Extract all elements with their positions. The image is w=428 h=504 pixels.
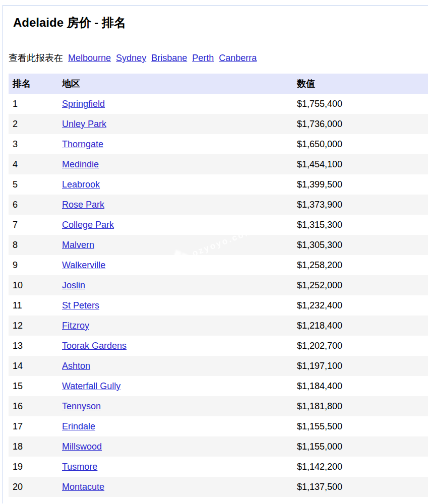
- region-cell: Toorak Gardens: [61, 336, 296, 356]
- table-row: 17 Erindale $1,155,500: [9, 416, 428, 436]
- city-link[interactable]: Brisbane: [151, 53, 187, 63]
- rank-cell: 6: [9, 195, 61, 215]
- column-header-region: 地区: [61, 74, 296, 94]
- report-page: Adelaide 房价 - 排名 查看此报表在 Melbourne Sydney…: [3, 5, 428, 503]
- city-link[interactable]: Melbourne: [68, 53, 111, 63]
- region-link[interactable]: Malvern: [62, 240, 94, 250]
- region-cell: Montacute: [61, 477, 296, 497]
- value-cell: $1,202,700: [296, 336, 428, 356]
- value-cell: $1,736,000: [296, 114, 428, 134]
- value-cell: $1,305,300: [296, 235, 428, 255]
- region-cell: Medindie: [61, 154, 296, 174]
- subtitle-prefix: 查看此报表在: [9, 53, 63, 63]
- ranking-table: 排名 地区 数值 1 Springfield $1,755,400 2 Unle…: [9, 74, 428, 497]
- table-row: 12 Fitzroy $1,218,400: [9, 316, 428, 336]
- rank-cell: 13: [9, 336, 61, 356]
- value-cell: $1,252,000: [296, 275, 428, 295]
- value-cell: $1,373,900: [296, 195, 428, 215]
- value-cell: $1,755,400: [296, 94, 428, 114]
- region-cell: Waterfall Gully: [61, 376, 296, 396]
- region-cell: Tusmore: [61, 457, 296, 477]
- table-row: 3 Thorngate $1,650,000: [9, 134, 428, 154]
- region-link[interactable]: Thorngate: [62, 139, 103, 149]
- value-cell: $1,137,500: [296, 477, 428, 497]
- page-title: Adelaide 房价 - 排名: [13, 16, 428, 30]
- region-cell: Springfield: [61, 94, 296, 114]
- table-row: 7 College Park $1,315,300: [9, 215, 428, 235]
- table-body: 1 Springfield $1,755,400 2 Unley Park $1…: [9, 94, 428, 497]
- table-row: 2 Unley Park $1,736,000: [9, 114, 428, 134]
- column-header-value: 数值: [296, 74, 428, 94]
- table-row: 10 Joslin $1,252,000: [9, 275, 428, 295]
- region-link[interactable]: Springfield: [62, 99, 105, 109]
- region-link[interactable]: Fitzroy: [62, 321, 89, 331]
- region-link[interactable]: St Peters: [62, 300, 99, 310]
- value-cell: $1,218,400: [296, 316, 428, 336]
- city-link[interactable]: Canberra: [219, 53, 257, 63]
- city-link[interactable]: Sydney: [116, 53, 146, 63]
- value-cell: $1,142,200: [296, 457, 428, 477]
- column-header-rank: 排名: [9, 74, 61, 94]
- table-row: 14 Ashton $1,197,100: [9, 356, 428, 376]
- value-cell: $1,155,000: [296, 436, 428, 457]
- city-links-bar: 查看此报表在 Melbourne Sydney Brisbane Perth C…: [9, 52, 428, 64]
- rank-cell: 7: [9, 215, 61, 235]
- rank-cell: 5: [9, 174, 61, 195]
- table-row: 18 Millswood $1,155,000: [9, 436, 428, 457]
- rank-cell: 4: [9, 154, 61, 174]
- value-cell: $1,650,000: [296, 134, 428, 154]
- rank-cell: 15: [9, 376, 61, 396]
- value-cell: $1,232,400: [296, 295, 428, 316]
- region-cell: Leabrook: [61, 174, 296, 195]
- table-row: 19 Tusmore $1,142,200: [9, 457, 428, 477]
- table-row: 8 Malvern $1,305,300: [9, 235, 428, 255]
- region-link[interactable]: Walkerville: [62, 260, 105, 270]
- rank-cell: 1: [9, 94, 61, 114]
- region-link[interactable]: Medindie: [62, 159, 99, 169]
- value-cell: $1,454,100: [296, 154, 428, 174]
- region-link[interactable]: Leabrook: [62, 179, 100, 190]
- rank-cell: 3: [9, 134, 61, 154]
- region-cell: College Park: [61, 215, 296, 235]
- table-row: 20 Montacute $1,137,500: [9, 477, 428, 497]
- region-link[interactable]: Tennyson: [62, 401, 101, 411]
- rank-cell: 20: [9, 477, 61, 497]
- value-cell: $1,184,400: [296, 376, 428, 396]
- rank-cell: 8: [9, 235, 61, 255]
- region-link[interactable]: Ashton: [62, 361, 90, 371]
- region-cell: Walkerville: [61, 255, 296, 275]
- value-cell: $1,258,200: [296, 255, 428, 275]
- region-link[interactable]: Montacute: [62, 482, 104, 492]
- rank-cell: 9: [9, 255, 61, 275]
- region-link[interactable]: Unley Park: [62, 119, 106, 129]
- region-cell: Tennyson: [61, 396, 296, 416]
- table-row: 16 Tennyson $1,181,800: [9, 396, 428, 416]
- region-link[interactable]: College Park: [62, 220, 114, 230]
- rank-cell: 10: [9, 275, 61, 295]
- region-link[interactable]: Erindale: [62, 421, 95, 431]
- region-link[interactable]: Rose Park: [62, 200, 104, 210]
- value-cell: $1,399,500: [296, 174, 428, 195]
- region-link[interactable]: Tusmore: [62, 462, 97, 472]
- table-row: 13 Toorak Gardens $1,202,700: [9, 336, 428, 356]
- region-cell: Rose Park: [61, 195, 296, 215]
- value-cell: $1,155,500: [296, 416, 428, 436]
- region-link[interactable]: Joslin: [62, 280, 85, 290]
- value-cell: $1,315,300: [296, 215, 428, 235]
- table-header-row: 排名 地区 数值: [9, 74, 428, 94]
- region-cell: Millswood: [61, 436, 296, 457]
- region-cell: St Peters: [61, 295, 296, 316]
- table-row: 9 Walkerville $1,258,200: [9, 255, 428, 275]
- region-cell: Unley Park: [61, 114, 296, 134]
- rank-cell: 18: [9, 436, 61, 457]
- city-links: Melbourne Sydney Brisbane Perth Canberra: [63, 53, 257, 63]
- region-link[interactable]: Millswood: [62, 442, 102, 452]
- region-cell: Fitzroy: [61, 316, 296, 336]
- region-cell: Thorngate: [61, 134, 296, 154]
- table-row: 15 Waterfall Gully $1,184,400: [9, 376, 428, 396]
- region-link[interactable]: Toorak Gardens: [62, 341, 127, 351]
- region-link[interactable]: Waterfall Gully: [62, 381, 120, 391]
- city-link[interactable]: Perth: [192, 53, 214, 63]
- rank-cell: 2: [9, 114, 61, 134]
- rank-cell: 19: [9, 457, 61, 477]
